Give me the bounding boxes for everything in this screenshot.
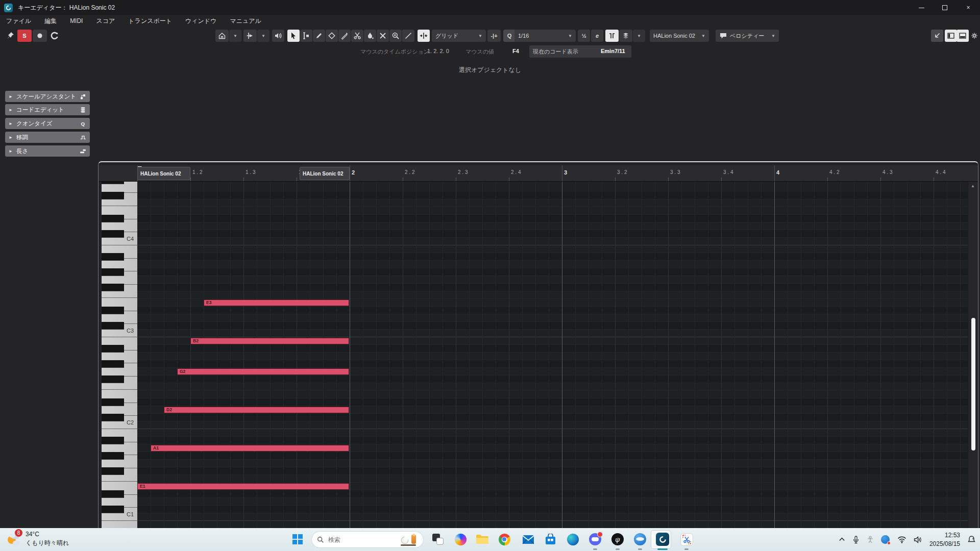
autoscroll-options[interactable]: ▼ (257, 30, 270, 42)
black-key[interactable] (102, 467, 124, 475)
window-layout-button[interactable] (215, 30, 229, 42)
grid-type-dropdown[interactable]: グリッド▼ (432, 30, 486, 42)
sidebar-panel-transpose[interactable]: ►移調 (5, 132, 90, 143)
draw-tool[interactable] (313, 30, 325, 42)
taskbar-search[interactable] (311, 531, 424, 548)
menu-item-4[interactable]: トランスポート (128, 17, 172, 26)
scroll-up-icon[interactable]: ▲ (971, 184, 975, 188)
editor-setup-button[interactable] (968, 30, 980, 42)
black-key[interactable] (102, 322, 124, 330)
erase-tool[interactable] (326, 30, 338, 42)
snipping-tool-button[interactable] (679, 532, 694, 547)
sphere-app-button[interactable] (632, 532, 648, 547)
copilot-button[interactable] (453, 532, 468, 547)
menu-item-2[interactable]: MIDI (70, 17, 83, 24)
menu-item-5[interactable]: ウィンドウ (185, 17, 216, 26)
black-key[interactable] (102, 360, 124, 368)
object-selection-tool[interactable] (287, 30, 300, 42)
quantize-preset-dropdown[interactable]: 1/16▼ (514, 30, 576, 42)
black-key[interactable] (102, 414, 124, 421)
weather-widget[interactable]: 8 34°C くもり時々晴れ (5, 530, 69, 548)
snap-toggle-button[interactable] (418, 30, 430, 42)
sidebar-panel-length[interactable]: ►長さ (5, 145, 90, 157)
part-label-2[interactable]: HALion Sonic 02 (300, 167, 350, 180)
black-key[interactable] (102, 375, 124, 383)
line-tool[interactable] (402, 30, 414, 42)
menu-item-6[interactable]: マニュアル (230, 17, 261, 26)
tray-app-icon[interactable] (881, 535, 890, 544)
midi-note-G2[interactable]: G2 (177, 368, 349, 375)
black-key[interactable] (102, 490, 124, 498)
cubase-button[interactable] (655, 532, 670, 547)
pin-editor-button[interactable] (4, 30, 16, 42)
microsoft-store-button[interactable] (543, 532, 558, 547)
black-key[interactable] (102, 345, 124, 353)
sidebar-panel-quantize[interactable]: ►クオンタイズQ (5, 118, 90, 129)
black-key[interactable] (102, 268, 124, 276)
show-part-borders-button[interactable] (605, 30, 619, 42)
volume-icon[interactable] (914, 536, 922, 543)
part-label-1[interactable]: HALion Sonic 02 (137, 167, 190, 180)
sidebar-panel-chord-edit[interactable]: ►コードエディット (5, 104, 90, 115)
open-in-lower-zone-button[interactable] (931, 30, 943, 42)
part-editing-options[interactable]: ▼ (633, 30, 645, 42)
glue-tool[interactable] (364, 30, 376, 42)
black-key[interactable] (102, 506, 124, 513)
file-explorer-button[interactable] (475, 532, 490, 547)
close-button[interactable]: × (957, 0, 980, 15)
mail-button[interactable] (521, 532, 536, 547)
mute-tool[interactable] (377, 30, 389, 42)
show-left-zone-button[interactable] (945, 30, 957, 42)
midi-note-B2[interactable]: B2 (190, 338, 349, 344)
black-key[interactable] (102, 182, 124, 184)
autoscroll-button[interactable] (243, 30, 257, 42)
menu-item-1[interactable]: 編集 (44, 17, 57, 26)
quantize-panel-button[interactable]: e (591, 30, 603, 42)
current-chord-display[interactable]: 現在のコード表示 Emin7/11 (529, 45, 631, 58)
zoom-tool[interactable] (389, 30, 402, 42)
note-grid[interactable]: E1A1D2G2B2E3 (137, 182, 969, 551)
menu-item-3[interactable]: スコア (96, 17, 115, 26)
solo-editor-button[interactable]: S (17, 30, 32, 42)
notification-bell-icon[interactable]: z (967, 535, 976, 544)
minimize-button[interactable] (910, 0, 933, 15)
black-key[interactable] (102, 284, 124, 291)
discord-button[interactable] (587, 532, 603, 547)
line-draw-tool[interactable] (338, 30, 351, 42)
vertical-scroll-thumb[interactable] (971, 318, 975, 450)
black-key[interactable] (102, 230, 124, 238)
edge-button[interactable] (565, 532, 580, 547)
trim-tool[interactable] (300, 30, 312, 42)
black-key[interactable] (102, 192, 124, 199)
maximize-button[interactable] (933, 0, 957, 15)
midi-note-E3[interactable]: E3 (204, 299, 349, 306)
black-key[interactable] (102, 215, 124, 222)
piano-keyboard[interactable]: C1C2C3C4 (102, 182, 137, 551)
midi-note-D2[interactable]: D2 (164, 407, 349, 413)
split-tool[interactable] (351, 30, 363, 42)
window-layout-options[interactable]: ▼ (229, 30, 241, 42)
show-lower-zone-button[interactable] (957, 30, 969, 42)
edit-active-part-only-button[interactable] (619, 30, 632, 42)
task-view-button[interactable] (430, 532, 446, 547)
black-key[interactable] (102, 437, 124, 444)
black-key[interactable] (102, 253, 124, 261)
midi-note-E1[interactable]: E1 (137, 483, 349, 490)
record-in-editor-button[interactable] (33, 30, 47, 42)
acoustic-feedback-button[interactable] (48, 30, 61, 42)
quantize-badge[interactable]: Q (503, 30, 516, 42)
search-input[interactable] (328, 536, 389, 543)
timeline-ruler[interactable]: 1 . 21 . 31 . 422 . 22 . 32 . 433 . 23 .… (99, 165, 978, 182)
accessibility-icon[interactable] (867, 536, 874, 543)
chrome-button[interactable] (497, 532, 512, 547)
active-part-dropdown[interactable]: HALion Sonic 02▼ (650, 30, 709, 42)
menu-item-0[interactable]: ファイル (6, 17, 31, 26)
black-key[interactable] (102, 398, 124, 406)
black-key[interactable] (102, 452, 124, 460)
wifi-icon[interactable] (897, 536, 906, 543)
black-key[interactable] (102, 307, 124, 314)
sidebar-panel-scale-assistant[interactable]: ►スケールアシスタント (5, 91, 90, 102)
event-display-dropdown[interactable]: ベロシティー▼ (716, 30, 779, 42)
midi-note-A1[interactable]: A1 (151, 445, 349, 452)
microphone-icon[interactable] (852, 536, 860, 544)
